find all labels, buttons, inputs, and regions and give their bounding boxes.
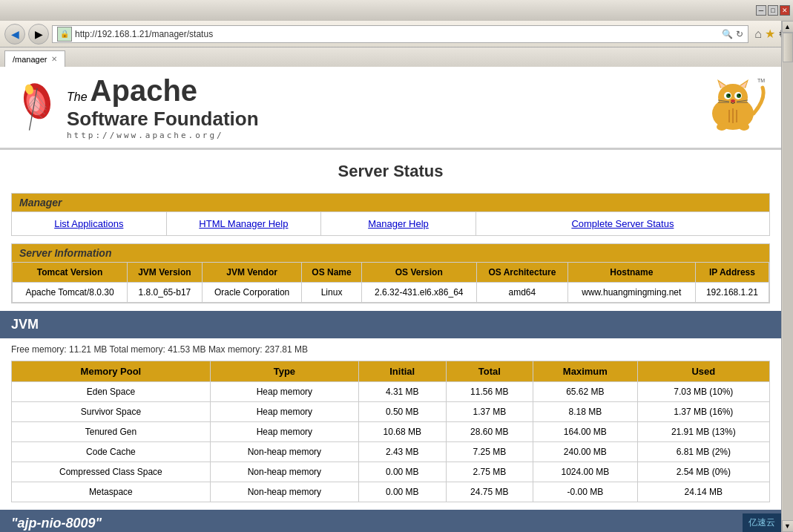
server-info-section: Server Information Tomcat Version JVM Ve… bbox=[11, 243, 770, 303]
memory-cell-type: Heap memory bbox=[210, 422, 358, 442]
scroll-up-button[interactable]: ▲ bbox=[782, 21, 794, 33]
memory-cell-maximum: 1024.00 MB bbox=[533, 462, 638, 482]
close-button[interactable]: ✕ bbox=[780, 5, 790, 16]
memory-cell-maximum: 8.18 MB bbox=[533, 402, 638, 422]
memory-pool-row: Survivor SpaceHeap memory0.50 MB1.37 MB8… bbox=[12, 402, 770, 422]
apache-header: The Apache Software Foundation http://ww… bbox=[0, 67, 781, 149]
url-text: http://192.168.1.21/manager/status bbox=[75, 29, 213, 39]
col-initial: Initial bbox=[358, 361, 446, 382]
memory-cell-total: 11.56 MB bbox=[446, 382, 533, 402]
bookmark-icon[interactable]: ★ bbox=[765, 27, 775, 41]
memory-cell-used: 1.37 MB (16%) bbox=[637, 402, 769, 422]
memory-cell-type: Non-heap memory bbox=[210, 442, 358, 462]
tomcat-logo: TM bbox=[692, 76, 766, 138]
memory-cell-maximum: -0.00 MB bbox=[533, 482, 638, 502]
cell-os-name: Linux bbox=[302, 283, 361, 303]
memory-pool-row: MetaspaceNon-heap memory0.00 MB24.75 MB-… bbox=[12, 482, 770, 502]
memory-cell-maximum: 164.00 MB bbox=[533, 422, 638, 442]
memory-cell-total: 28.60 MB bbox=[446, 422, 533, 442]
apache-text-block: The Apache Software Foundation http://ww… bbox=[67, 74, 259, 140]
apache-label: Apache bbox=[91, 74, 198, 108]
back-button[interactable]: ◀ bbox=[4, 24, 25, 45]
software-foundation-label: Software Foundation bbox=[67, 108, 259, 131]
memory-cell-pool: Tenured Gen bbox=[12, 422, 211, 442]
memory-cell-type: Heap memory bbox=[210, 402, 358, 422]
memory-cell-total: 24.75 MB bbox=[446, 482, 533, 502]
minimize-button[interactable]: ─ bbox=[756, 5, 766, 16]
cell-os-architecture: amd64 bbox=[476, 283, 567, 303]
scrollbar[interactable]: ▲ ▼ bbox=[781, 21, 793, 532]
col-memory-pool: Memory Pool bbox=[12, 361, 211, 382]
memory-cell-used: 7.03 MB (10%) bbox=[637, 382, 769, 402]
svg-point-20 bbox=[726, 93, 731, 98]
memory-pool-row: Tenured GenHeap memory10.68 MB28.60 MB16… bbox=[12, 422, 770, 442]
col-type: Type bbox=[210, 361, 358, 382]
svg-point-22 bbox=[728, 94, 730, 96]
server-info-header: Server Information bbox=[12, 244, 769, 262]
memory-cell-initial: 2.43 MB bbox=[358, 442, 446, 462]
svg-point-30 bbox=[739, 123, 749, 131]
memory-cell-total: 1.37 MB bbox=[446, 402, 533, 422]
memory-cell-pool: Eden Space bbox=[12, 382, 211, 402]
manager-help-link[interactable]: Manager Help bbox=[321, 212, 476, 235]
memory-pool-row: Eden SpaceHeap memory4.31 MB11.56 MB65.6… bbox=[12, 382, 770, 402]
svg-point-23 bbox=[739, 94, 740, 96]
svg-point-24 bbox=[731, 99, 735, 102]
jvm-memory-text: Free memory: 11.21 MB Total memory: 41.5… bbox=[0, 338, 781, 361]
forward-button[interactable]: ▶ bbox=[28, 24, 49, 45]
cell-jvm-version: 1.8.0_65-b17 bbox=[128, 283, 203, 303]
feather-icon bbox=[15, 82, 59, 134]
cell-ip-address: 192.168.1.21 bbox=[695, 283, 769, 303]
memory-cell-used: 21.91 MB (13%) bbox=[637, 422, 769, 442]
manager-header: Manager bbox=[12, 194, 769, 211]
address-bar[interactable]: 🔒 http://192.168.1.21/manager/status 🔍 ↻ bbox=[52, 25, 748, 43]
complete-server-status-link[interactable]: Complete Server Status bbox=[476, 212, 769, 235]
memory-cell-total: 2.75 MB bbox=[446, 462, 533, 482]
maximize-button[interactable]: □ bbox=[768, 5, 778, 16]
tab-bar: /manager ✕ bbox=[0, 47, 793, 67]
col-maximum: Maximum bbox=[533, 361, 638, 382]
svg-point-29 bbox=[717, 123, 727, 131]
page-content: The Apache Software Foundation http://ww… bbox=[0, 67, 793, 532]
list-applications-link[interactable]: List Applications bbox=[12, 212, 167, 235]
svg-text:TM: TM bbox=[757, 78, 765, 83]
memory-cell-type: Non-heap memory bbox=[210, 482, 358, 502]
scroll-thumb[interactable] bbox=[783, 33, 793, 62]
memory-pool-table: Memory Pool Type Initial Total Maximum U… bbox=[11, 361, 770, 502]
ajp-header: "ajp-nio-8009" bbox=[0, 510, 781, 532]
memory-cell-pool: Code Cache bbox=[12, 442, 211, 462]
svg-point-21 bbox=[737, 93, 741, 98]
tab-close-button[interactable]: ✕ bbox=[51, 55, 57, 63]
server-info-row: Apache Tomcat/8.0.30 1.8.0_65-b17 Oracle… bbox=[13, 283, 769, 303]
manager-links: List Applications HTML Manager Help Mana… bbox=[12, 211, 769, 235]
col-ip-address: IP Address bbox=[695, 263, 769, 283]
col-os-architecture: OS Architecture bbox=[476, 263, 567, 283]
memory-cell-initial: 0.50 MB bbox=[358, 402, 446, 422]
home-icon[interactable]: ⌂ bbox=[754, 27, 762, 41]
scroll-track[interactable] bbox=[783, 33, 793, 520]
memory-cell-type: Non-heap memory bbox=[210, 462, 358, 482]
col-used: Used bbox=[637, 361, 769, 382]
memory-cell-pool: Compressed Class Space bbox=[12, 462, 211, 482]
memory-pool-row: Code CacheNon-heap memory2.43 MB7.25 MB2… bbox=[12, 442, 770, 462]
memory-cell-total: 7.25 MB bbox=[446, 442, 533, 462]
col-total: Total bbox=[446, 361, 533, 382]
scroll-down-button[interactable]: ▼ bbox=[782, 520, 794, 532]
memory-cell-maximum: 65.62 MB bbox=[533, 382, 638, 402]
memory-pool-row: Compressed Class SpaceNon-heap memory0.0… bbox=[12, 462, 770, 482]
col-os-name: OS Name bbox=[302, 263, 361, 283]
search-icon[interactable]: 🔍 bbox=[722, 29, 733, 39]
server-info-table: Tomcat Version JVM Version JVM Vendor OS… bbox=[12, 262, 769, 303]
cell-hostname: www.huangmingming.net bbox=[567, 283, 695, 303]
memory-cell-type: Heap memory bbox=[210, 382, 358, 402]
memory-cell-pool: Survivor Space bbox=[12, 402, 211, 422]
jvm-header: JVM bbox=[0, 311, 781, 338]
memory-cell-used: 2.54 MB (0%) bbox=[637, 462, 769, 482]
refresh-icon[interactable]: ↻ bbox=[736, 29, 743, 39]
cell-jvm-vendor: Oracle Corporation bbox=[202, 283, 302, 303]
browser-tab[interactable]: /manager ✕ bbox=[4, 50, 65, 67]
memory-cell-pool: Metaspace bbox=[12, 482, 211, 502]
col-hostname: Hostname bbox=[567, 263, 695, 283]
html-manager-help-link[interactable]: HTML Manager Help bbox=[167, 212, 322, 235]
memory-cell-used: 6.81 MB (2%) bbox=[637, 442, 769, 462]
